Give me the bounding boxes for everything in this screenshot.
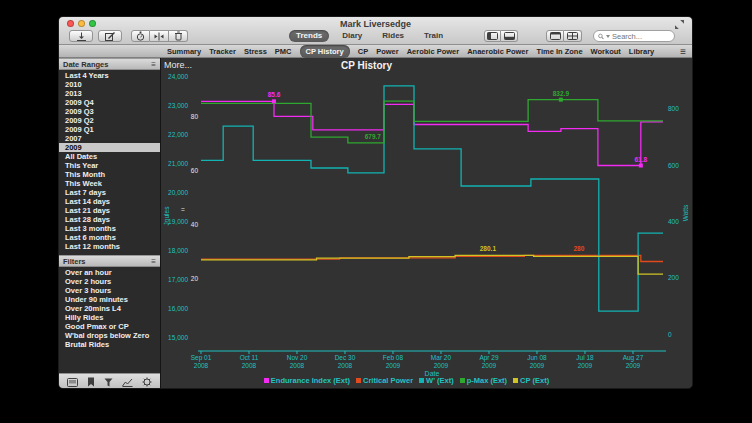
bottombar-toggle-icon <box>504 32 515 40</box>
svg-text:Sep 012008: Sep 012008 <box>191 354 212 369</box>
tiled-view-button[interactable] <box>564 30 582 42</box>
chart-tab-tracker[interactable]: Tracker <box>209 46 236 57</box>
chart-tab-anaerobic-power[interactable]: Anaerobic Power <box>467 46 528 57</box>
chart-tab-time-in-zone[interactable]: Time In Zone <box>536 46 582 57</box>
panel-icon[interactable] <box>67 378 78 387</box>
split-view-icon <box>154 32 164 41</box>
view-switcher: TrendsDiaryRidesTrain <box>289 30 450 42</box>
date-range-item[interactable]: Last 3 months <box>59 224 160 233</box>
chart-icon[interactable] <box>122 378 133 387</box>
chart-tab-menu-icon[interactable]: ≡ <box>680 45 686 58</box>
chart-area: More... CP History Sep 012008Oct 112008N… <box>161 58 692 389</box>
view-tab-trends[interactable]: Trends <box>289 30 329 42</box>
date-range-item[interactable]: 2009 Q3 <box>59 107 160 116</box>
view-tab-diary[interactable]: Diary <box>335 30 369 42</box>
window-title: Mark Liversedge <box>59 19 692 29</box>
date-range-item[interactable]: This Month <box>59 170 160 179</box>
search-input[interactable] <box>612 32 670 41</box>
date-range-item[interactable]: 2007 <box>59 134 160 143</box>
gear-icon[interactable] <box>142 377 152 387</box>
stopwatch-icon <box>136 31 145 41</box>
filter-icon[interactable] <box>104 378 113 387</box>
svg-text:679.7: 679.7 <box>365 133 382 140</box>
svg-text:16,000: 16,000 <box>168 305 188 312</box>
import-button[interactable] <box>69 30 93 42</box>
svg-text:Jun 082009: Jun 082009 <box>527 354 547 369</box>
date-range-item[interactable]: 2009 Q4 <box>59 98 160 107</box>
chart-tab-workout[interactable]: Workout <box>591 46 621 57</box>
bottombar-toggle-button[interactable] <box>501 30 518 42</box>
legend-swatch <box>419 378 424 383</box>
svg-text:17,000: 17,000 <box>168 276 188 283</box>
date-range-item[interactable]: Last 6 months <box>59 233 160 242</box>
svg-text:19,000: 19,000 <box>168 218 188 225</box>
bookmark-icon[interactable] <box>87 377 95 387</box>
date-range-item[interactable]: This Year <box>59 161 160 170</box>
cp-history-chart[interactable]: Sep 012008Oct 112008Nov 202008Dec 302008… <box>161 58 693 389</box>
date-range-item[interactable]: This Week <box>59 179 160 188</box>
date-range-item[interactable]: Last 4 Years <box>59 71 160 80</box>
single-window-icon <box>550 32 561 40</box>
chart-tab-stress[interactable]: Stress <box>244 46 267 57</box>
date-range-item[interactable]: 2013 <box>59 89 160 98</box>
trash-button[interactable] <box>169 30 188 42</box>
date-ranges-header[interactable]: Date Ranges ≡ <box>59 58 160 70</box>
date-range-item[interactable]: Last 7 days <box>59 188 160 197</box>
search-box[interactable] <box>593 30 675 42</box>
date-range-item[interactable]: 2009 Q2 <box>59 116 160 125</box>
filter-item[interactable]: Over an hour <box>59 268 160 277</box>
compose-button[interactable] <box>98 30 122 42</box>
svg-text:Watts: Watts <box>682 204 689 221</box>
date-range-item[interactable]: 2010 <box>59 80 160 89</box>
chart-tab-aerobic-power[interactable]: Aerobic Power <box>407 46 460 57</box>
compose-icon <box>105 32 115 41</box>
menu-icon[interactable]: ≡ <box>151 60 156 69</box>
filters-header[interactable]: Filters ≡ <box>59 255 160 267</box>
svg-text:Mar 202009: Mar 202009 <box>431 354 452 369</box>
svg-text:Dec 302008: Dec 302008 <box>335 354 356 369</box>
menu-icon[interactable]: ≡ <box>151 257 156 266</box>
date-range-item[interactable]: Last 14 days <box>59 197 160 206</box>
single-window-button[interactable] <box>546 30 564 42</box>
split-view-button[interactable] <box>150 30 169 42</box>
svg-text:Feb 082009: Feb 082009 <box>383 354 404 369</box>
date-range-item[interactable]: 2009 Q1 <box>59 125 160 134</box>
svg-text:Nov 202008: Nov 202008 <box>287 354 308 369</box>
filter-item[interactable]: Over 2 hours <box>59 277 160 286</box>
view-tab-train[interactable]: Train <box>417 30 450 42</box>
date-ranges-list: Last 4 Years201020132009 Q42009 Q32009 Q… <box>59 70 160 251</box>
filter-item[interactable]: Good Pmax or CP <box>59 322 160 331</box>
filter-item[interactable]: Over 20mins L4 <box>59 304 160 313</box>
legend-swatch <box>264 378 269 383</box>
chart-tab-summary[interactable]: Summary <box>167 46 201 57</box>
chart-tab-power[interactable]: Power <box>376 46 399 57</box>
chart-tab-pmc[interactable]: PMC <box>275 46 292 57</box>
svg-text:0: 0 <box>668 331 672 338</box>
date-range-item[interactable]: Last 21 days <box>59 206 160 215</box>
view-tab-rides[interactable]: Rides <box>375 30 411 42</box>
sidebar: Date Ranges ≡ Last 4 Years201020132009 Q… <box>59 58 161 389</box>
chart-tab-cp[interactable]: CP <box>358 46 368 57</box>
date-range-item[interactable]: Last 28 days <box>59 215 160 224</box>
legend-swatch <box>356 378 361 383</box>
filter-item[interactable]: Over 3 hours <box>59 286 160 295</box>
svg-text:Joules: Joules <box>163 206 170 226</box>
date-range-item[interactable]: 2009 <box>59 143 160 152</box>
svg-text:800: 800 <box>668 105 679 112</box>
legend-item-w-ext: W' (Ext) <box>419 376 454 385</box>
chart-tab-cp-history[interactable]: CP History <box>300 45 350 58</box>
tiled-view-icon <box>567 32 578 40</box>
filter-item[interactable]: Hilly Rides <box>59 313 160 322</box>
stopwatch-button[interactable] <box>131 30 150 42</box>
fullscreen-icon[interactable] <box>675 20 684 29</box>
svg-text:22,000: 22,000 <box>168 131 188 138</box>
filter-item[interactable]: Under 90 minutes <box>59 295 160 304</box>
date-range-item[interactable]: Last 12 months <box>59 242 160 251</box>
sidebar-toggle-button[interactable] <box>484 30 501 42</box>
filter-item[interactable]: W'bal drops below Zero <box>59 331 160 340</box>
search-scope-caret-icon[interactable] <box>606 35 610 38</box>
filter-item[interactable]: Brutal Rides <box>59 340 160 349</box>
chart-tab-library[interactable]: Library <box>629 46 654 57</box>
date-range-item[interactable]: All Dates <box>59 152 160 161</box>
svg-text:61.8: 61.8 <box>634 156 647 163</box>
